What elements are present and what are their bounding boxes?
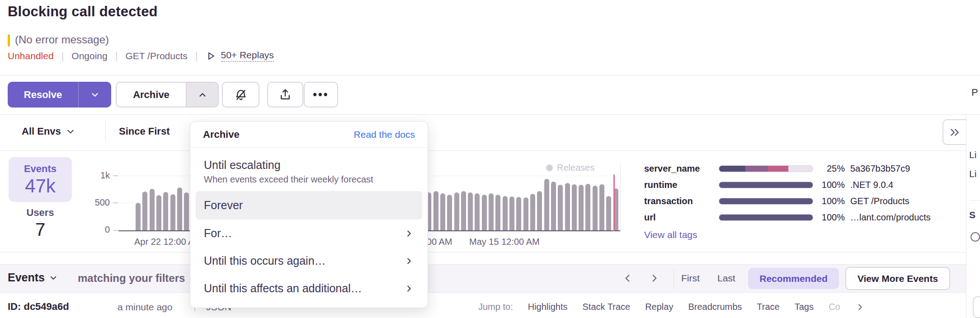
tag-name: server_name <box>644 164 719 174</box>
tag-name: url <box>644 212 719 223</box>
menu-item-sublabel: When events exceed their weekly forecast <box>204 174 414 185</box>
tag-bar-segment <box>719 198 813 204</box>
share-button[interactable] <box>267 82 303 108</box>
view-all-tags-link[interactable]: View all tags <box>644 229 697 240</box>
chevron-up-icon <box>198 90 207 100</box>
menu-item-until-escalating[interactable]: Until escalating When events exceed thei… <box>196 152 422 191</box>
chart-bar <box>440 193 445 231</box>
chart-bar <box>177 187 182 231</box>
chart-bar <box>142 192 147 231</box>
events-header-band: Events matching your filters First Last … <box>0 264 966 293</box>
filter-divider <box>105 121 106 141</box>
tag-bar-segment <box>719 215 813 220</box>
menu-item-label: For… <box>204 227 232 240</box>
issue-transaction: GET /Products <box>125 51 187 61</box>
replays-link[interactable]: 50+ Replays <box>206 50 274 62</box>
pagination-divider <box>674 268 674 289</box>
error-level-indicator <box>8 34 10 47</box>
events-matching-label: matching your filters <box>78 272 185 285</box>
menu-item-label: Until escalating <box>204 159 414 172</box>
jump-link-stack-trace[interactable]: Stack Trace <box>583 302 631 312</box>
tag-percent: 25% <box>817 164 845 174</box>
x-axis-tick-may15: May 15 12:00 AM <box>469 237 540 247</box>
resolve-dropdown-button[interactable] <box>78 82 111 108</box>
chart-bar <box>551 182 556 231</box>
archive-button[interactable]: Archive <box>117 89 186 101</box>
jump-link-truncated[interactable]: Co <box>829 302 840 312</box>
jump-link-highlights[interactable]: Highlights <box>528 302 568 312</box>
tag-row-server-name[interactable]: server_name 25% 5a367b3b57c9 <box>644 163 956 174</box>
archive-menu-title: Archive <box>203 129 240 140</box>
events-stat-card[interactable]: Events 47k <box>9 157 72 202</box>
time-range-filter[interactable]: Since First <box>119 126 170 137</box>
tag-value: GET /Products <box>850 196 909 206</box>
tag-row-transaction[interactable]: transaction 100% GET /Products <box>644 195 956 207</box>
sidebar-text-fragment: S <box>969 210 980 220</box>
chart-bar <box>599 184 604 231</box>
chart-bar <box>163 192 168 231</box>
tag-row-url[interactable]: url 100% …lant.com/products <box>644 211 956 223</box>
last-event-link[interactable]: Last <box>717 273 735 284</box>
tag-bar-segment <box>719 182 813 188</box>
events-stat-value: 47k <box>9 175 72 197</box>
jump-link-trace[interactable]: Trace <box>757 302 779 312</box>
replays-count: 50+ Replays <box>221 50 274 62</box>
y-axis-tick-500: 500 <box>91 197 110 208</box>
more-actions-button[interactable]: ••• <box>304 82 338 108</box>
chart-bar <box>495 195 500 231</box>
chart-bar <box>150 189 155 231</box>
chart-bar <box>523 197 528 231</box>
menu-item-label: Until this occurs again… <box>204 254 326 267</box>
chart-bar <box>585 184 590 231</box>
header-divider <box>0 75 980 75</box>
menu-item-for[interactable]: For… <box>196 220 422 247</box>
jump-link-replay[interactable]: Replay <box>645 302 673 312</box>
view-more-events-button[interactable]: View More Events <box>845 267 950 290</box>
menu-item-until-affects-additional[interactable]: Until this affects an additional… <box>196 275 422 302</box>
chart-bar <box>433 191 438 231</box>
resolve-button[interactable]: Resolve <box>8 89 78 101</box>
tag-row-runtime[interactable]: runtime 100% .NET 9.0.4 <box>644 179 956 191</box>
chart-bar <box>482 195 487 231</box>
archive-button-group: Archive <box>116 82 219 108</box>
mute-button[interactable] <box>222 82 259 108</box>
tag-percent: 100% <box>817 180 845 190</box>
tag-value: 5a367b3b57c9 <box>850 164 910 174</box>
issue-meta-row: Unhandled | Ongoing | GET /Products | 50… <box>8 50 274 62</box>
jump-link-breadcrumbs[interactable]: Breadcrumbs <box>688 302 742 312</box>
tag-distribution-bar <box>719 182 813 188</box>
jump-bar-scroll-button[interactable] <box>973 296 980 318</box>
tag-value: .NET 9.0.4 <box>850 180 893 190</box>
y-axis-tick-0: 0 <box>91 224 110 235</box>
events-dropdown-label: Events <box>8 271 45 284</box>
next-event-button[interactable] <box>648 272 660 284</box>
chart-bar <box>509 196 514 231</box>
chevron-right-icon <box>404 256 414 266</box>
events-dropdown[interactable]: Events <box>8 271 57 284</box>
chart-bar <box>516 197 521 231</box>
chart-bar <box>544 179 549 231</box>
event-timestamp: a minute ago <box>118 302 172 313</box>
previous-event-button[interactable] <box>622 272 634 284</box>
y-axis-tick-1k: 1k <box>91 170 110 181</box>
chevron-right-icon[interactable] <box>855 302 865 312</box>
tag-name: transaction <box>644 196 719 206</box>
tag-distribution-bar <box>719 198 813 205</box>
chevron-right-icon <box>404 284 414 294</box>
menu-item-forever[interactable]: Forever <box>196 191 422 220</box>
releases-legend[interactable]: Releases <box>546 163 594 173</box>
menu-item-label: Until this affects an additional… <box>204 282 362 295</box>
collapse-sidebar-button[interactable] <box>942 119 966 145</box>
first-event-link[interactable]: First <box>681 273 700 284</box>
recommended-toggle[interactable]: Recommended <box>748 268 839 289</box>
double-chevron-right-icon <box>949 126 961 138</box>
chart-bar <box>489 193 494 231</box>
upload-icon <box>278 88 292 102</box>
read-the-docs-link[interactable]: Read the docs <box>354 129 415 140</box>
menu-item-until-occurs-again[interactable]: Until this occurs again… <box>196 247 422 275</box>
environment-filter[interactable]: All Envs <box>22 126 75 137</box>
jump-link-tags[interactable]: Tags <box>795 302 814 312</box>
tag-distribution-bar <box>719 165 813 172</box>
archive-dropdown-button[interactable] <box>186 83 218 107</box>
chart-bar <box>136 203 141 231</box>
